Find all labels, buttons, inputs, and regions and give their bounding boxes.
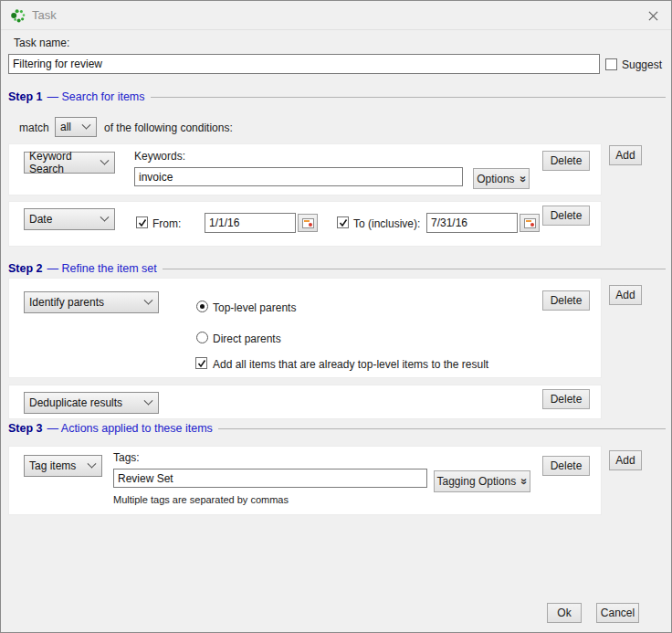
to-label[interactable]: To (inclusive):: [353, 217, 420, 230]
window-title: Task: [32, 1, 57, 29]
date-condition-row: Date From: To (inclusive): Delete: [8, 201, 602, 247]
step3-title: Step 3: [8, 422, 43, 435]
tagging-options-button[interactable]: Tagging Options »: [434, 470, 530, 492]
step3-divider: [218, 428, 666, 429]
delete-button-label: Delete: [551, 459, 583, 472]
delete-button-label: Delete: [551, 294, 583, 307]
chevron-down-icon: [144, 295, 153, 304]
action-type-value: Tag items: [29, 459, 76, 472]
keyword-condition-row: Keyword Search Keywords: Options » Delet…: [8, 143, 602, 195]
cancel-button-label: Cancel: [601, 607, 635, 619]
add-condition-button[interactable]: Add: [609, 145, 642, 165]
add-button-label: Add: [615, 289, 635, 301]
identify-parents-row: Identify parents Top-level parents Direc…: [8, 278, 602, 378]
options-button[interactable]: Options »: [473, 168, 530, 189]
to-date-picker-button[interactable]: [520, 214, 540, 232]
chevron-down-icon: [100, 155, 110, 164]
step1-title: Step 1: [8, 90, 43, 103]
step1-divider: [151, 97, 667, 98]
title-bar[interactable]: Task: [1, 1, 671, 30]
add-button-label: Add: [615, 454, 635, 467]
condition-type-select[interactable]: Keyword Search: [24, 152, 115, 174]
step3-header: Step 3 — Actions applied to these items: [8, 421, 666, 436]
match-select-value: all: [60, 121, 71, 133]
refine-type-select[interactable]: Deduplicate results: [24, 392, 159, 414]
app-icon: [10, 7, 26, 24]
suggest-checkbox[interactable]: [605, 58, 617, 70]
delete-button-label: Delete: [551, 209, 583, 222]
from-date-input[interactable]: [205, 213, 296, 233]
calendar-icon: [524, 218, 536, 228]
refine-type-value: Identify parents: [29, 296, 104, 309]
ok-button-label: Ok: [557, 607, 571, 619]
delete-button-label: Delete: [551, 154, 583, 167]
tags-label: Tags:: [113, 451, 140, 464]
step2-divider: [163, 269, 666, 269]
direct-parents-label[interactable]: Direct parents: [213, 332, 281, 345]
ok-button[interactable]: Ok: [547, 603, 582, 623]
suggest-label[interactable]: Suggest: [622, 58, 662, 71]
add-action-button[interactable]: Add: [609, 450, 642, 470]
calendar-icon: [302, 218, 314, 228]
task-name-label: Task name:: [14, 37, 69, 49]
step2-header: Step 2 — Refine the item set: [8, 261, 666, 276]
step2-title: Step 2: [8, 262, 43, 275]
delete-deduplicate-row-button[interactable]: Delete: [542, 389, 590, 409]
options-button-label: Options: [477, 173, 514, 185]
direct-parents-radio[interactable]: [196, 332, 208, 343]
from-date-picker-button[interactable]: [298, 214, 318, 232]
keywords-label: Keywords:: [134, 150, 185, 163]
conditions-label: of the following conditions:: [104, 121, 233, 134]
add-button-label: Add: [615, 149, 635, 162]
add-top-level-items-label[interactable]: Add all items that are already top-level…: [213, 358, 488, 371]
add-refine-button[interactable]: Add: [609, 285, 642, 305]
to-checkbox[interactable]: [337, 216, 349, 228]
double-chevron-icon: »: [518, 175, 527, 182]
condition-type-select[interactable]: Date: [24, 208, 115, 230]
tagging-options-label: Tagging Options: [437, 475, 517, 488]
step1-subtitle: — Search for items: [47, 90, 145, 103]
cancel-button[interactable]: Cancel: [596, 603, 639, 623]
condition-type-value: Keyword Search: [29, 150, 101, 175]
match-select[interactable]: all: [55, 117, 97, 137]
step2-subtitle: — Refine the item set: [47, 262, 157, 275]
keywords-input[interactable]: [134, 167, 463, 186]
deduplicate-row: Deduplicate results Delete: [8, 385, 602, 419]
task-dialog: Task Task name: Suggest Step 1 — Search …: [0, 0, 672, 633]
delete-date-row-button[interactable]: Delete: [542, 206, 590, 226]
to-date-input[interactable]: [426, 213, 518, 233]
refine-type-value: Deduplicate results: [29, 396, 122, 409]
top-level-parents-label[interactable]: Top-level parents: [213, 301, 296, 314]
close-icon[interactable]: [642, 5, 664, 26]
chevron-down-icon: [100, 212, 110, 221]
refine-type-select[interactable]: Identify parents: [24, 291, 159, 313]
delete-keyword-row-button[interactable]: Delete: [542, 151, 590, 171]
step3-subtitle: — Actions applied to these items: [47, 422, 213, 435]
action-type-select[interactable]: Tag items: [24, 455, 102, 477]
tag-items-row: Tag items Tags: Tagging Options » Multip…: [8, 446, 602, 515]
top-level-parents-radio[interactable]: [196, 301, 208, 312]
match-label: match: [19, 121, 49, 134]
delete-button-label: Delete: [551, 393, 583, 406]
add-top-level-items-checkbox[interactable]: [195, 357, 207, 369]
chevron-down-icon: [82, 120, 91, 129]
task-name-input[interactable]: [8, 54, 600, 74]
step1-header: Step 1 — Search for items: [8, 90, 666, 104]
double-chevron-icon: »: [520, 478, 529, 484]
delete-tag-row-button[interactable]: Delete: [542, 456, 590, 476]
tags-hint: Multiple tags are separated by commas: [113, 494, 289, 505]
tags-input[interactable]: [113, 469, 427, 488]
delete-identify-row-button[interactable]: Delete: [542, 290, 590, 311]
from-label[interactable]: From:: [152, 217, 181, 230]
chevron-down-icon: [144, 396, 153, 405]
from-checkbox[interactable]: [136, 216, 148, 228]
condition-type-value: Date: [29, 213, 52, 226]
chevron-down-icon: [88, 459, 97, 468]
